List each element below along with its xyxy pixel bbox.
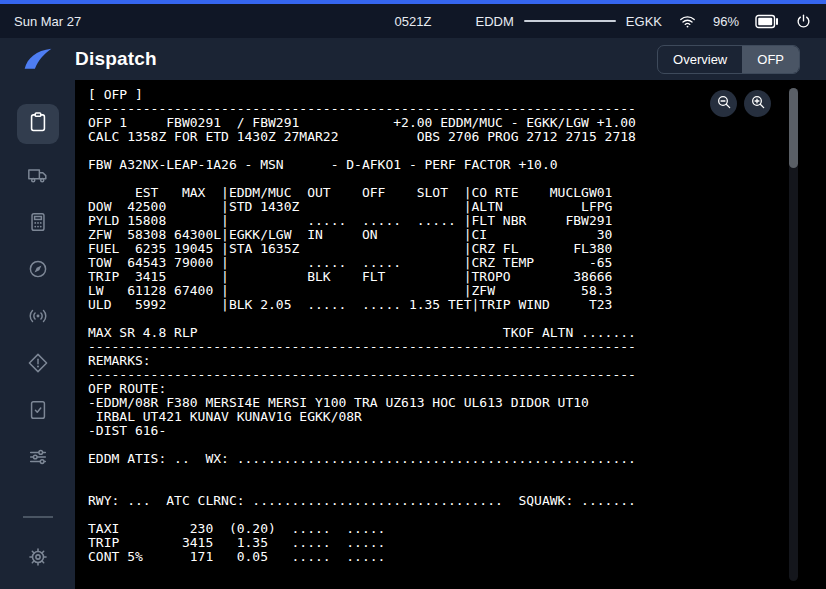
main-body: [ OFP ] --------------------------------… bbox=[0, 80, 826, 589]
truck-icon bbox=[27, 164, 49, 190]
power-icon[interactable] bbox=[795, 13, 812, 30]
route-origin: EDDM bbox=[476, 14, 514, 29]
flight-route-indicator: EDDM EGKK bbox=[476, 14, 662, 29]
sidebar-item-settings[interactable] bbox=[17, 545, 59, 573]
checklist-icon bbox=[27, 399, 49, 425]
scrollbar[interactable] bbox=[789, 88, 798, 581]
status-date: Sun Mar 27 bbox=[14, 14, 81, 29]
page-header: Dispatch Overview OFP bbox=[0, 38, 826, 80]
flybywire-logo bbox=[0, 46, 75, 72]
sidebar-item-atc[interactable] bbox=[17, 304, 59, 332]
zoom-out-icon bbox=[716, 94, 732, 113]
tab-overview[interactable]: Overview bbox=[658, 46, 742, 73]
sliders-icon bbox=[27, 446, 49, 472]
ofp-document: [ OFP ] --------------------------------… bbox=[75, 80, 826, 564]
clipboard-icon bbox=[27, 111, 49, 137]
broadcast-icon bbox=[27, 305, 49, 331]
tab-ofp[interactable]: OFP bbox=[742, 46, 799, 73]
zoom-in-icon bbox=[750, 94, 766, 113]
zoom-controls bbox=[710, 90, 771, 117]
wifi-icon bbox=[678, 13, 697, 30]
status-bar: Sun Mar 27 0521Z EDDM EGKK 96% bbox=[0, 4, 826, 38]
calculator-icon bbox=[27, 211, 49, 237]
scrollbar-thumb[interactable] bbox=[789, 88, 798, 168]
ofp-content-area: [ OFP ] --------------------------------… bbox=[75, 80, 826, 589]
page-title: Dispatch bbox=[75, 48, 157, 70]
route-progress-line bbox=[524, 20, 616, 22]
zoom-in-button[interactable] bbox=[744, 90, 771, 117]
view-toggle: Overview OFP bbox=[657, 45, 800, 74]
status-time: 0521Z bbox=[395, 14, 432, 29]
exclamation-diamond-icon bbox=[27, 352, 49, 378]
flypad-efb-app: Sun Mar 27 0521Z EDDM EGKK 96% bbox=[0, 0, 826, 589]
sidebar-item-checklists[interactable] bbox=[17, 398, 59, 426]
battery-icon bbox=[755, 14, 779, 29]
sidebar-item-dispatch[interactable] bbox=[17, 104, 59, 144]
sidebar bbox=[0, 80, 75, 589]
zoom-out-button[interactable] bbox=[710, 90, 737, 117]
sidebar-item-navigation[interactable] bbox=[17, 257, 59, 285]
sidebar-item-failures[interactable] bbox=[17, 351, 59, 379]
sidebar-divider bbox=[23, 516, 53, 518]
sidebar-item-presets[interactable] bbox=[17, 445, 59, 473]
sidebar-item-ground[interactable] bbox=[17, 163, 59, 191]
gear-icon bbox=[27, 546, 49, 572]
route-destination: EGKK bbox=[626, 14, 662, 29]
sidebar-item-performance[interactable] bbox=[17, 210, 59, 238]
compass-icon bbox=[27, 258, 49, 284]
battery-percent: 96% bbox=[713, 14, 739, 29]
